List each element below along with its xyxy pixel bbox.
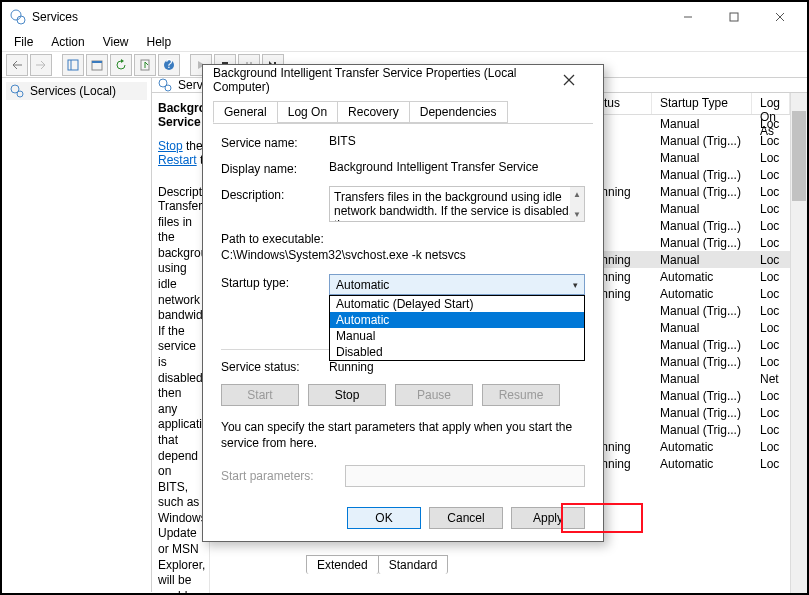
- selected-service-title-2: Service: [158, 115, 203, 129]
- cell-logon: Loc: [752, 438, 790, 455]
- col-startup-type[interactable]: Startup Type: [652, 93, 752, 114]
- option-disabled[interactable]: Disabled: [330, 344, 584, 360]
- option-manual[interactable]: Manual: [330, 328, 584, 344]
- dialog-title: Background Intelligent Transfer Service …: [213, 66, 563, 94]
- cell-startup-type: Automatic: [652, 438, 752, 455]
- scroll-up-icon[interactable]: ▲: [570, 187, 584, 201]
- tree-root-item[interactable]: Services (Local): [6, 82, 147, 100]
- dialog-tabs: General Log On Recovery Dependencies: [203, 95, 603, 123]
- cell-logon: Loc: [752, 353, 790, 370]
- svg-rect-3: [730, 13, 738, 21]
- tab-standard[interactable]: Standard: [378, 555, 449, 574]
- close-button[interactable]: [757, 2, 803, 32]
- tab-logon[interactable]: Log On: [277, 101, 338, 123]
- service-status-label: Service status:: [221, 360, 329, 374]
- cell-startup-type: Manual: [652, 251, 752, 268]
- gear-icon: [158, 78, 172, 92]
- resume-button: Resume: [482, 384, 560, 406]
- start-params-label: Start parameters:: [221, 469, 345, 483]
- cell-startup-type: Manual (Trig...): [652, 217, 752, 234]
- menu-view[interactable]: View: [97, 33, 135, 51]
- forward-button[interactable]: [30, 54, 52, 76]
- description-scrollbar[interactable]: ▲ ▼: [570, 187, 584, 221]
- cell-logon: Loc: [752, 115, 790, 132]
- restart-link[interactable]: Restart: [158, 153, 197, 167]
- cell-logon: Loc: [752, 319, 790, 336]
- svg-rect-6: [68, 60, 78, 70]
- minimize-button[interactable]: [665, 2, 711, 32]
- cell-startup-type: Automatic: [652, 455, 752, 472]
- path-label: Path to executable:: [221, 232, 585, 246]
- svg-text:?: ?: [166, 59, 173, 71]
- col-logon[interactable]: Log On As: [752, 93, 790, 114]
- maximize-button[interactable]: [711, 2, 757, 32]
- cell-logon: Loc: [752, 268, 790, 285]
- tab-general[interactable]: General: [213, 101, 278, 123]
- cell-logon: Loc: [752, 387, 790, 404]
- svg-point-18: [17, 91, 23, 97]
- cell-startup-type: Manual: [652, 149, 752, 166]
- cell-startup-type: Automatic: [652, 285, 752, 302]
- cell-logon: Loc: [752, 149, 790, 166]
- stop-link[interactable]: Stop: [158, 139, 183, 153]
- help-button[interactable]: ?: [158, 54, 180, 76]
- export-button[interactable]: [134, 54, 156, 76]
- start-params-note: You can specify the start parameters tha…: [221, 420, 585, 451]
- cell-logon: Loc: [752, 251, 790, 268]
- refresh-button[interactable]: [110, 54, 132, 76]
- show-hide-tree-button[interactable]: [62, 54, 84, 76]
- main-titlebar: Services: [2, 2, 807, 32]
- window-sysbuttons: [665, 2, 803, 32]
- description-box: Transfers files in the background using …: [329, 186, 585, 222]
- stop-button[interactable]: Stop: [308, 384, 386, 406]
- startup-type-combo[interactable]: Automatic ▾ Automatic (Delayed Start) Au…: [329, 274, 585, 295]
- chevron-down-icon: ▾: [573, 280, 578, 290]
- startup-type-label: Startup type:: [221, 274, 329, 295]
- cell-startup-type: Manual (Trig...): [652, 336, 752, 353]
- start-params-input: [345, 465, 585, 487]
- cancel-button[interactable]: Cancel: [429, 507, 503, 529]
- cell-logon: Loc: [752, 132, 790, 149]
- tab-extended[interactable]: Extended: [306, 555, 379, 574]
- menu-file[interactable]: File: [8, 33, 39, 51]
- svg-point-20: [165, 85, 171, 91]
- gear-icon: [10, 84, 24, 98]
- startup-type-dropdown: Automatic (Delayed Start) Automatic Manu…: [329, 295, 585, 361]
- pause-button: Pause: [395, 384, 473, 406]
- cell-startup-type: Automatic: [652, 268, 752, 285]
- vertical-scrollbar[interactable]: [790, 93, 807, 595]
- cell-logon: Loc: [752, 166, 790, 183]
- scroll-down-icon[interactable]: ▼: [570, 207, 584, 221]
- svg-rect-9: [92, 61, 102, 63]
- cell-logon: Loc: [752, 217, 790, 234]
- svg-point-0: [11, 10, 21, 20]
- back-button[interactable]: [6, 54, 28, 76]
- cell-logon: Loc: [752, 183, 790, 200]
- vscroll-thumb[interactable]: [792, 111, 806, 201]
- cell-logon: Loc: [752, 285, 790, 302]
- tab-recovery[interactable]: Recovery: [337, 101, 410, 123]
- cell-startup-type: Manual: [652, 115, 752, 132]
- option-delayed[interactable]: Automatic (Delayed Start): [330, 296, 584, 312]
- menu-help[interactable]: Help: [141, 33, 178, 51]
- service-name-label: Service name:: [221, 134, 329, 150]
- properties-button[interactable]: [86, 54, 108, 76]
- tree-root-label: Services (Local): [30, 84, 116, 98]
- tab-dependencies[interactable]: Dependencies: [409, 101, 508, 123]
- properties-dialog: Background Intelligent Transfer Service …: [202, 64, 604, 542]
- dialog-titlebar: Background Intelligent Transfer Service …: [203, 65, 603, 95]
- cell-logon: Loc: [752, 302, 790, 319]
- service-status-value: Running: [329, 360, 374, 374]
- cell-logon: Loc: [752, 200, 790, 217]
- menu-action[interactable]: Action: [45, 33, 90, 51]
- dialog-close-button[interactable]: [563, 74, 593, 86]
- option-automatic[interactable]: Automatic: [330, 312, 584, 328]
- cell-startup-type: Manual: [652, 319, 752, 336]
- desc-label: Description:: [158, 185, 203, 199]
- cell-startup-type: Manual: [652, 370, 752, 387]
- ok-button[interactable]: OK: [347, 507, 421, 529]
- service-name-value: BITS: [329, 134, 585, 150]
- ok-highlight-box: [561, 503, 643, 533]
- cell-logon: Net: [752, 370, 790, 387]
- display-name-value: Background Intelligent Transfer Service: [329, 160, 585, 176]
